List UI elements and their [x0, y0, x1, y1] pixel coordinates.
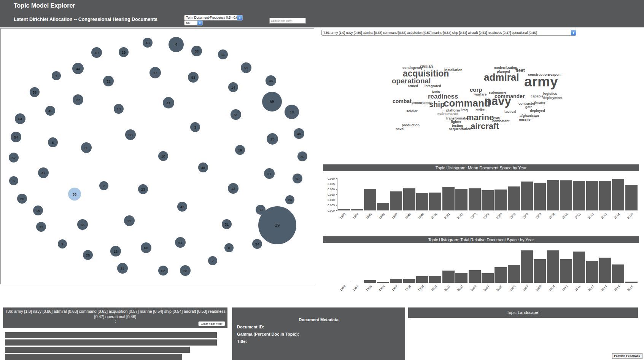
topic-bubble-62[interactable]: 62 [158, 266, 168, 276]
cloud-term[interactable]: armed [408, 84, 418, 88]
topic-bubble-1[interactable]: 1 [52, 71, 61, 80]
hist-bar-2005[interactable] [495, 190, 507, 210]
topic-bubble-40[interactable]: 40 [294, 128, 304, 139]
topic-bubble-14[interactable]: 14 [228, 82, 238, 92]
topic-bubble-46[interactable]: 46 [266, 75, 276, 86]
clear-year-filter-button[interactable]: Clear Year Filter [198, 321, 225, 326]
topic-select[interactable]: T36: army [1.0] navy [0.86] admiral [0.6… [321, 30, 576, 36]
topic-bubble-60[interactable]: 60 [141, 242, 151, 253]
hist-bar-2014[interactable] [612, 264, 624, 283]
hist-bar-2014[interactable] [612, 179, 624, 210]
cloud-term[interactable]: deployment [543, 96, 563, 100]
hist-bar-1995[interactable] [364, 189, 376, 210]
cloud-term[interactable]: maintenance [437, 112, 458, 116]
topic-bubble-49[interactable]: 49 [91, 47, 102, 58]
term-bar[interactable] [5, 339, 217, 346]
cloud-term[interactable]: fighter [451, 120, 461, 124]
hist-bar-2005[interactable] [495, 267, 507, 283]
topic-bubble-52[interactable]: 52 [241, 62, 251, 73]
cloud-term[interactable]: ship [429, 100, 445, 108]
cloud-term[interactable]: deployed [530, 109, 545, 113]
cloud-term[interactable]: naval [396, 127, 404, 131]
cloud-term[interactable]: capable [531, 95, 544, 98]
topic-bubble-64[interactable]: 64 [15, 113, 25, 124]
cloud-term[interactable]: strike [475, 108, 485, 112]
hist-bar-1997[interactable] [390, 191, 402, 210]
hist-bar-1998[interactable] [403, 188, 415, 210]
cloud-term[interactable]: operational [392, 77, 431, 84]
topic-bubble-54[interactable]: 54 [11, 132, 21, 142]
provide-feedback-button[interactable]: Provide Feedback [612, 353, 642, 359]
topic-bubble-32[interactable]: 32 [103, 76, 114, 86]
hist-bar-1999[interactable] [416, 276, 428, 283]
cloud-term[interactable]: missile [519, 118, 531, 121]
hist-bar-2013[interactable] [599, 181, 611, 210]
hist-bar-2011[interactable] [573, 252, 585, 283]
hist-bar-1996[interactable] [377, 203, 389, 210]
cloud-term[interactable]: marine [466, 113, 494, 122]
cloud-term[interactable]: corp [470, 87, 482, 92]
term-frequency-select[interactable]: Term Document-Frequency 0.5 - 0.025 ▲▼ [184, 15, 243, 21]
topic-bubble-34[interactable]: 34 [252, 239, 262, 249]
cloud-term[interactable]: soldier [406, 110, 418, 113]
hist-bar-2001[interactable] [442, 271, 455, 283]
hist-bar-2013[interactable] [599, 258, 611, 283]
topic-bubble-56[interactable]: 56 [77, 219, 88, 230]
term-bar[interactable] [5, 332, 217, 338]
topic-bubble-41[interactable]: 41 [163, 97, 174, 108]
topic-bubble-20[interactable]: 20 [17, 194, 27, 204]
cloud-term[interactable]: production [402, 124, 420, 127]
topic-bubble-9[interactable]: 9 [58, 239, 67, 248]
topic-bubble-11[interactable]: 11 [218, 49, 228, 59]
topic-bubble-42[interactable]: 42 [177, 202, 187, 212]
topic-bubble-15[interactable]: 15 [33, 205, 43, 215]
topic-bubble-7[interactable]: 7 [208, 256, 217, 265]
topic-bubble-37[interactable]: 37 [117, 263, 128, 274]
hist-bar-1994[interactable] [351, 209, 363, 210]
topic-bubble-57[interactable]: 57 [9, 153, 19, 162]
search-input[interactable] [269, 18, 306, 24]
select-stepper-icon[interactable]: ▲▼ [237, 15, 242, 20]
hist-bar-2002[interactable] [455, 273, 467, 283]
topic-bubble-4[interactable]: 4 [169, 37, 184, 52]
hist-bar-2007[interactable] [521, 250, 533, 283]
topic-bubble-23[interactable]: 23 [138, 184, 148, 194]
hist-bar-1998[interactable] [403, 279, 415, 283]
hist-bar-2002[interactable] [455, 189, 467, 210]
cloud-term[interactable]: iraq [461, 108, 468, 112]
hist-bar-2006[interactable] [508, 186, 520, 210]
term-bar[interactable] [5, 354, 182, 360]
hist-bar-2003[interactable] [469, 188, 481, 210]
hist-bar-2012[interactable] [586, 261, 598, 283]
topic-bubble-29[interactable]: 29 [119, 47, 129, 57]
hist-bar-2010[interactable] [560, 180, 572, 211]
cloud-term[interactable]: logistics [543, 92, 557, 96]
topic-bubble-51[interactable]: 51 [231, 109, 241, 120]
cloud-term[interactable]: modernization [494, 66, 517, 70]
topic-bubble-24[interactable]: 24 [285, 195, 294, 204]
cloud-term[interactable]: afghanistan [520, 114, 539, 118]
topic-bubble-17[interactable]: 17 [149, 67, 161, 78]
topic-bubble-59[interactable]: 59 [256, 205, 266, 215]
topic-count-select[interactable]: 64 ▲▼ [184, 20, 203, 25]
hist-bar-2003[interactable] [469, 270, 481, 283]
hist-bar-2012[interactable] [586, 181, 598, 210]
topic-bubble-25[interactable]: 25 [267, 133, 278, 145]
hist-bar-2015[interactable] [625, 185, 638, 210]
topic-bubble-36[interactable]: 36 [68, 188, 81, 201]
cloud-term[interactable]: theater [534, 101, 545, 105]
cloud-term[interactable]: tactical [504, 110, 516, 113]
topic-bubble-55[interactable]: 55 [262, 92, 282, 112]
cloud-term[interactable]: civilian [420, 65, 433, 68]
topic-bubble-38[interactable]: 38 [191, 46, 202, 56]
topic-bubble-43[interactable]: 43 [143, 38, 153, 48]
topic-bubble-44[interactable]: 44 [72, 63, 84, 74]
hist-bar-2008[interactable] [534, 183, 546, 210]
cloud-term[interactable]: army [524, 75, 558, 89]
hist-bar-1996[interactable] [377, 282, 389, 283]
hist-bar-2004[interactable] [482, 190, 494, 210]
topic-bubble-61[interactable]: 61 [175, 237, 186, 248]
topic-bubble-58[interactable]: 58 [30, 87, 40, 97]
hist-bar-1995[interactable] [364, 280, 376, 283]
topic-bubble-18[interactable]: 18 [285, 105, 299, 119]
